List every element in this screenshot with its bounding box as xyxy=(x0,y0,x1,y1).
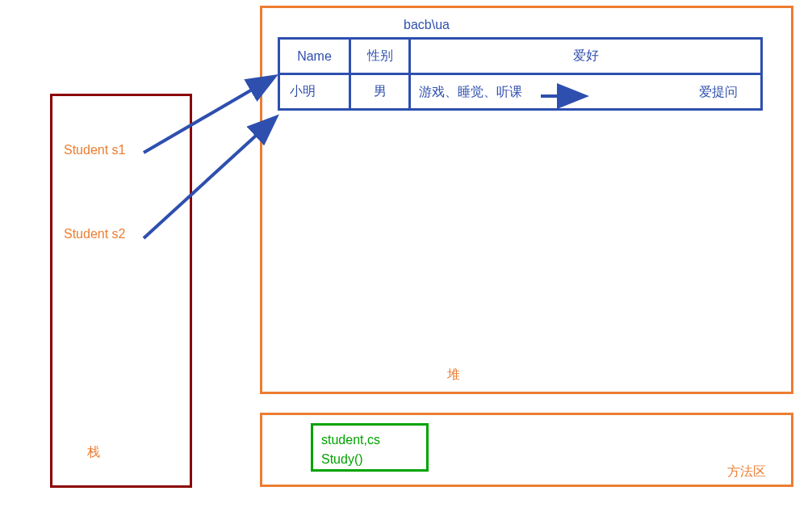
hobby-updated: 爱提问 xyxy=(699,84,738,101)
hobby-original: 游戏、睡觉、听课 xyxy=(419,84,522,101)
table-header-row: Name 性别 爱好 xyxy=(279,39,762,74)
cell-hobby: 游戏、睡觉、听课 爱提问 xyxy=(410,74,762,110)
class-line2: Study() xyxy=(321,450,418,469)
heap-address: bacb\ua xyxy=(404,18,450,32)
stack-variable-s1: Student s1 xyxy=(64,143,126,157)
class-definition-box: student,cs Study() xyxy=(311,423,429,472)
header-gender: 性别 xyxy=(350,39,410,74)
stack-variable-s2: Student s2 xyxy=(64,227,126,241)
table-data-row: 小明 男 游戏、睡觉、听课 爱提问 xyxy=(279,74,762,110)
method-area-label: 方法区 xyxy=(727,464,766,481)
header-name: Name xyxy=(279,39,350,74)
heap-label: 堆 xyxy=(447,367,460,384)
header-hobby: 爱好 xyxy=(410,39,762,74)
object-table: Name 性别 爱好 小明 男 游戏、睡觉、听课 爱提问 xyxy=(278,37,763,111)
stack-label: 栈 xyxy=(87,444,100,461)
cell-gender: 男 xyxy=(350,74,410,110)
cell-name: 小明 xyxy=(279,74,350,110)
class-line1: student,cs xyxy=(321,430,418,450)
